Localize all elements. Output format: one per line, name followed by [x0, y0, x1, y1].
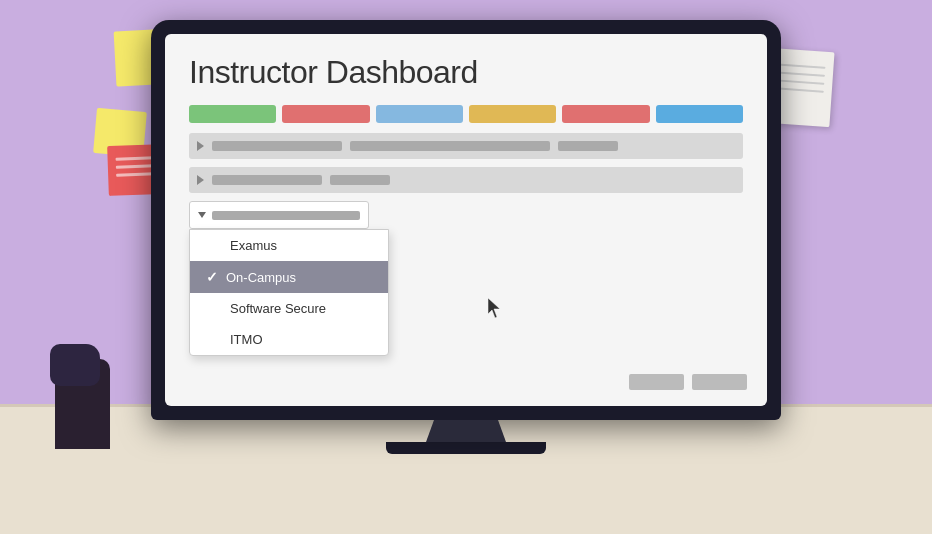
tab-2[interactable]	[282, 105, 369, 123]
softwaresecure-label: Software Secure	[230, 301, 326, 316]
itmo-label: ITMO	[230, 332, 263, 347]
row-1-extra	[558, 141, 618, 151]
primary-button[interactable]	[692, 374, 747, 390]
dropdown-wrapper: Examus ✓ On-Campus Software Secure ITMO	[189, 201, 743, 229]
page-title: Instructor Dashboard	[189, 54, 743, 91]
dropdown-trigger[interactable]	[189, 201, 369, 229]
row-2	[189, 167, 743, 193]
screen: Instructor Dashboard	[165, 34, 767, 406]
bottom-buttons	[629, 374, 747, 390]
tab-4[interactable]	[469, 105, 556, 123]
row-1-arrow	[197, 141, 204, 151]
tab-5[interactable]	[562, 105, 649, 123]
tab-3[interactable]	[376, 105, 463, 123]
dropdown-item-oncampus[interactable]: ✓ On-Campus	[190, 261, 388, 293]
dropdown-arrow-icon	[198, 212, 206, 218]
row-1	[189, 133, 743, 159]
dropdown-item-softwaresecure[interactable]: Software Secure	[190, 293, 388, 324]
row-2-arrow	[197, 175, 204, 185]
monitor-stand	[426, 420, 506, 442]
oncampus-label: On-Campus	[226, 270, 296, 285]
dropdown-menu: Examus ✓ On-Campus Software Secure ITMO	[189, 229, 389, 356]
fist	[50, 344, 100, 386]
row-1-value	[350, 141, 550, 151]
monitor: Instructor Dashboard	[151, 20, 781, 420]
tab-bar	[189, 105, 743, 123]
dropdown-item-examus[interactable]: Examus	[190, 230, 388, 261]
tab-1[interactable]	[189, 105, 276, 123]
row-2-value	[330, 175, 390, 185]
dropdown-selected-label	[212, 211, 360, 220]
tab-6[interactable]	[656, 105, 743, 123]
row-1-label	[212, 141, 342, 151]
monitor-container: Instructor Dashboard	[151, 20, 781, 454]
dropdown-item-itmo[interactable]: ITMO	[190, 324, 388, 355]
examus-label: Examus	[230, 238, 277, 253]
row-2-label	[212, 175, 322, 185]
oncampus-checkmark-icon: ✓	[206, 269, 218, 285]
monitor-base	[386, 442, 546, 454]
secondary-button[interactable]	[629, 374, 684, 390]
